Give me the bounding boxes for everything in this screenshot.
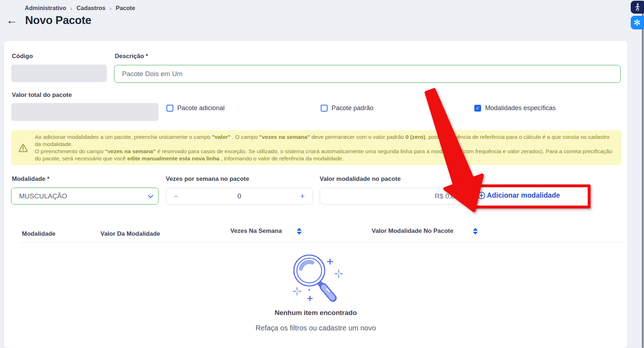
accessibility-person-icon [634,3,641,11]
sort-icon[interactable] [473,228,478,235]
stepper-plus-button[interactable]: + [294,192,305,201]
checkbox-icon[interactable]: ✓ [474,105,481,112]
checkbox-label: Pacote adicional [177,104,225,112]
breadcrumb-item-pacote[interactable]: Pacote [116,5,135,11]
checkbox-pacote-padrao[interactable]: ✓ Pacote padrão [321,103,373,113]
empty-state-subtitle: Refaça os filtros ou cadastre um novo [0,324,631,332]
modalidade-select[interactable]: MUSCULAÇÃO [11,188,159,204]
valor-total-label: Valor total do pacote [12,91,72,99]
descricao-input[interactable] [114,65,621,83]
back-arrow-icon[interactable]: ← [6,14,18,26]
circle-plus-icon [478,192,485,199]
sort-asc-icon [297,228,302,231]
checkbox-icon[interactable]: ✓ [166,105,173,112]
table-header-modalidade: Modalidade [22,230,56,238]
accessibility-widget-button[interactable] [631,1,644,14]
adicionar-modalidade-label: Adicionar modalidade [487,191,560,199]
checkbox-label: Pacote padrão [332,104,373,112]
valor-total-input [11,103,159,121]
sort-asc-icon [473,228,478,231]
table-header-divider [20,242,625,243]
checkbox-label: Modalidades específicas [485,104,556,112]
checkbox-pacote-adicional[interactable]: ✓ Pacote adicional [166,103,225,113]
breadcrumb-item-cadastros[interactable]: Cadastros [76,5,105,11]
codigo-input [11,65,107,82]
openai-logo-icon: ✻ [634,19,640,27]
codigo-label: Código [12,53,33,60]
warning-alert-text: Ao adicionar modalidades a um pacote, pr… [35,133,614,162]
checkbox-icon[interactable]: ✓ [321,105,328,112]
sort-desc-icon [297,232,302,235]
magnifier-empty-state-icon [286,250,345,307]
adicionar-modalidade-button[interactable]: Adicionar modalidade [478,191,560,199]
table-header-valor-modalidade-no-pacote[interactable]: Valor Modalidade No Pacote [372,227,453,235]
breadcrumb-separator-icon: › [110,5,112,11]
page: Administrativo › Cadastros › Pacote ← No… [0,0,644,348]
page-title: Novo Pacote [25,14,91,27]
sort-desc-icon [473,232,478,235]
breadcrumb-item-administrativo[interactable]: Administrativo [25,5,66,11]
vezes-semana-label: Vezes por semana no pacote [166,175,249,183]
empty-state-title: Nenhum item encontrado [0,309,631,317]
check-icon: ✓ [476,106,480,110]
stepper-minus-button[interactable]: − [174,192,185,201]
sort-icon[interactable] [297,228,302,235]
descricao-label: Descrição * [115,53,148,60]
warning-triangle-icon [11,143,35,152]
modalidade-select-value: MUSCULAÇÃO [19,192,148,200]
chatgpt-widget-button[interactable]: ✻ [631,16,644,29]
breadcrumb: Administrativo › Cadastros › Pacote [25,5,135,11]
stepper-value[interactable]: 0 [185,192,294,200]
warning-alert: Ao adicionar modalidades a um pacote, pr… [11,130,621,165]
chevron-down-icon [148,193,154,198]
table-header-vezes-na-semana[interactable]: Vezes Na Semana [230,227,282,235]
table-header-valor-da-modalidade: Valor Da Modalidade [100,230,160,238]
breadcrumb-separator-icon: › [71,5,72,11]
valor-modalidade-input[interactable] [320,188,467,204]
checkbox-modalidades-especificas[interactable]: ✓ Modalidades específicas [474,103,556,113]
modalidade-label: Modalidade * [12,175,50,183]
valor-modalidade-label: Valor modalidade no pacote [320,175,401,183]
vezes-semana-stepper: − 0 + [166,188,313,204]
scrollbar[interactable] [642,10,644,348]
